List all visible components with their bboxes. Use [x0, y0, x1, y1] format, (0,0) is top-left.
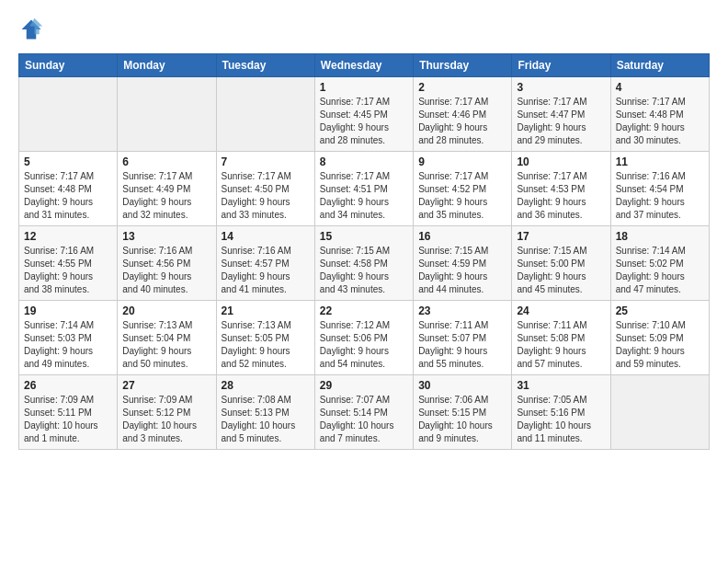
day-number: 25	[616, 304, 704, 317]
day-number: 22	[320, 304, 408, 317]
day-info: Sunrise: 7:13 AM Sunset: 5:04 PM Dayligh…	[122, 319, 210, 371]
day-number: 21	[222, 304, 310, 317]
table-row: 14Sunrise: 7:16 AM Sunset: 4:57 PM Dayli…	[216, 226, 314, 301]
table-row	[216, 77, 314, 152]
table-row	[19, 77, 118, 152]
col-sunday: Sunday	[19, 54, 118, 77]
day-info: Sunrise: 7:09 AM Sunset: 5:12 PM Dayligh…	[122, 394, 210, 445]
table-row: 13Sunrise: 7:16 AM Sunset: 4:56 PM Dayli…	[118, 226, 216, 301]
day-number: 14	[222, 230, 310, 243]
table-row: 23Sunrise: 7:11 AM Sunset: 5:07 PM Dayli…	[414, 301, 512, 375]
day-number: 9	[418, 155, 506, 168]
calendar-week-row: 19Sunrise: 7:14 AM Sunset: 5:03 PM Dayli…	[19, 301, 710, 375]
table-row: 8Sunrise: 7:17 AM Sunset: 4:51 PM Daylig…	[314, 152, 413, 226]
day-number: 4	[616, 81, 704, 94]
day-info: Sunrise: 7:15 AM Sunset: 4:59 PM Dayligh…	[418, 245, 506, 296]
table-row: 9Sunrise: 7:17 AM Sunset: 4:52 PM Daylig…	[414, 152, 512, 226]
table-row: 5Sunrise: 7:17 AM Sunset: 4:48 PM Daylig…	[19, 152, 118, 226]
col-thursday: Thursday	[414, 54, 512, 77]
header-row: Sunday Monday Tuesday Wednesday Thursday…	[19, 54, 710, 77]
day-number: 27	[122, 379, 210, 392]
col-saturday: Saturday	[610, 54, 709, 77]
day-number: 7	[222, 155, 310, 168]
day-number: 26	[24, 379, 112, 392]
day-info: Sunrise: 7:06 AM Sunset: 5:15 PM Dayligh…	[418, 394, 506, 445]
col-monday: Monday	[118, 54, 216, 77]
day-number: 12	[24, 230, 112, 243]
table-row: 11Sunrise: 7:16 AM Sunset: 4:54 PM Dayli…	[610, 152, 709, 226]
day-number: 11	[616, 155, 704, 168]
day-info: Sunrise: 7:16 AM Sunset: 4:55 PM Dayligh…	[24, 245, 112, 296]
day-number: 10	[517, 155, 605, 168]
table-row: 28Sunrise: 7:08 AM Sunset: 5:13 PM Dayli…	[216, 375, 314, 450]
logo-icon	[18, 17, 44, 42]
day-info: Sunrise: 7:15 AM Sunset: 5:00 PM Dayligh…	[517, 245, 605, 296]
calendar-week-row: 26Sunrise: 7:09 AM Sunset: 5:11 PM Dayli…	[19, 375, 710, 450]
col-wednesday: Wednesday	[314, 54, 413, 77]
calendar-week-row: 5Sunrise: 7:17 AM Sunset: 4:48 PM Daylig…	[19, 152, 710, 226]
day-info: Sunrise: 7:14 AM Sunset: 5:02 PM Dayligh…	[616, 245, 704, 296]
table-row: 6Sunrise: 7:17 AM Sunset: 4:49 PM Daylig…	[118, 152, 216, 226]
table-row: 25Sunrise: 7:10 AM Sunset: 5:09 PM Dayli…	[610, 301, 709, 375]
day-number: 13	[122, 230, 210, 243]
day-info: Sunrise: 7:12 AM Sunset: 5:06 PM Dayligh…	[320, 319, 408, 371]
table-row: 21Sunrise: 7:13 AM Sunset: 5:05 PM Dayli…	[216, 301, 314, 375]
day-info: Sunrise: 7:16 AM Sunset: 4:54 PM Dayligh…	[616, 170, 704, 222]
day-info: Sunrise: 7:15 AM Sunset: 4:58 PM Dayligh…	[320, 245, 408, 296]
table-row: 4Sunrise: 7:17 AM Sunset: 4:48 PM Daylig…	[610, 77, 709, 152]
day-info: Sunrise: 7:05 AM Sunset: 5:16 PM Dayligh…	[517, 394, 605, 445]
calendar-week-row: 1Sunrise: 7:17 AM Sunset: 4:45 PM Daylig…	[19, 77, 710, 152]
col-tuesday: Tuesday	[216, 54, 314, 77]
table-row: 7Sunrise: 7:17 AM Sunset: 4:50 PM Daylig…	[216, 152, 314, 226]
day-info: Sunrise: 7:14 AM Sunset: 5:03 PM Dayligh…	[24, 319, 112, 371]
table-row: 1Sunrise: 7:17 AM Sunset: 4:45 PM Daylig…	[314, 77, 413, 152]
day-number: 16	[418, 230, 506, 243]
day-number: 29	[320, 379, 408, 392]
day-info: Sunrise: 7:17 AM Sunset: 4:48 PM Dayligh…	[24, 170, 112, 222]
day-info: Sunrise: 7:17 AM Sunset: 4:49 PM Dayligh…	[122, 170, 210, 222]
header	[18, 17, 710, 42]
col-friday: Friday	[512, 54, 610, 77]
day-info: Sunrise: 7:17 AM Sunset: 4:50 PM Dayligh…	[222, 170, 310, 222]
day-info: Sunrise: 7:13 AM Sunset: 5:05 PM Dayligh…	[222, 319, 310, 371]
day-number: 1	[320, 81, 408, 94]
page: Sunday Monday Tuesday Wednesday Thursday…	[0, 0, 728, 466]
table-row: 12Sunrise: 7:16 AM Sunset: 4:55 PM Dayli…	[19, 226, 118, 301]
day-info: Sunrise: 7:17 AM Sunset: 4:52 PM Dayligh…	[418, 170, 506, 222]
table-row: 26Sunrise: 7:09 AM Sunset: 5:11 PM Dayli…	[19, 375, 118, 450]
table-row: 19Sunrise: 7:14 AM Sunset: 5:03 PM Dayli…	[19, 301, 118, 375]
table-row: 30Sunrise: 7:06 AM Sunset: 5:15 PM Dayli…	[414, 375, 512, 450]
table-row: 16Sunrise: 7:15 AM Sunset: 4:59 PM Dayli…	[414, 226, 512, 301]
table-row: 15Sunrise: 7:15 AM Sunset: 4:58 PM Dayli…	[314, 226, 413, 301]
calendar-header: Sunday Monday Tuesday Wednesday Thursday…	[19, 54, 710, 77]
calendar-table: Sunday Monday Tuesday Wednesday Thursday…	[18, 53, 710, 450]
day-number: 17	[517, 230, 605, 243]
day-number: 19	[24, 304, 112, 317]
day-number: 5	[24, 155, 112, 168]
table-row: 27Sunrise: 7:09 AM Sunset: 5:12 PM Dayli…	[118, 375, 216, 450]
calendar-week-row: 12Sunrise: 7:16 AM Sunset: 4:55 PM Dayli…	[19, 226, 710, 301]
table-row: 3Sunrise: 7:17 AM Sunset: 4:47 PM Daylig…	[512, 77, 610, 152]
day-info: Sunrise: 7:07 AM Sunset: 5:14 PM Dayligh…	[320, 394, 408, 445]
table-row: 17Sunrise: 7:15 AM Sunset: 5:00 PM Dayli…	[512, 226, 610, 301]
day-number: 6	[122, 155, 210, 168]
day-info: Sunrise: 7:11 AM Sunset: 5:08 PM Dayligh…	[517, 319, 605, 371]
table-row: 2Sunrise: 7:17 AM Sunset: 4:46 PM Daylig…	[414, 77, 512, 152]
table-row: 20Sunrise: 7:13 AM Sunset: 5:04 PM Dayli…	[118, 301, 216, 375]
day-info: Sunrise: 7:17 AM Sunset: 4:47 PM Dayligh…	[517, 96, 605, 147]
day-info: Sunrise: 7:17 AM Sunset: 4:48 PM Dayligh…	[616, 96, 704, 147]
day-info: Sunrise: 7:17 AM Sunset: 4:53 PM Dayligh…	[517, 170, 605, 222]
day-number: 23	[418, 304, 506, 317]
day-info: Sunrise: 7:10 AM Sunset: 5:09 PM Dayligh…	[616, 319, 704, 371]
table-row: 10Sunrise: 7:17 AM Sunset: 4:53 PM Dayli…	[512, 152, 610, 226]
day-number: 15	[320, 230, 408, 243]
day-number: 3	[517, 81, 605, 94]
table-row	[610, 375, 709, 450]
day-number: 18	[616, 230, 704, 243]
table-row: 24Sunrise: 7:11 AM Sunset: 5:08 PM Dayli…	[512, 301, 610, 375]
day-info: Sunrise: 7:11 AM Sunset: 5:07 PM Dayligh…	[418, 319, 506, 371]
day-number: 31	[517, 379, 605, 392]
day-info: Sunrise: 7:17 AM Sunset: 4:45 PM Dayligh…	[320, 96, 408, 147]
day-number: 20	[122, 304, 210, 317]
table-row: 18Sunrise: 7:14 AM Sunset: 5:02 PM Dayli…	[610, 226, 709, 301]
